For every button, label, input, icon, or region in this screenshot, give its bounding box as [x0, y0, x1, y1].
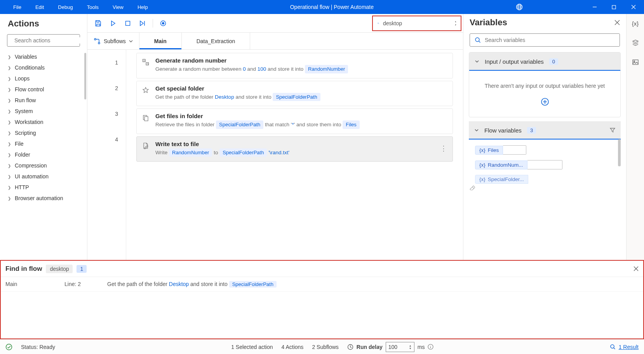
- svg-rect-18: [633, 60, 638, 65]
- svg-point-1: [518, 4, 520, 10]
- menu-help[interactable]: Help: [132, 1, 153, 13]
- flow-variable-randomnumber[interactable]: {x}RandomNum...: [475, 160, 617, 169]
- subflows-dropdown[interactable]: Subflows: [87, 33, 139, 49]
- category-variables[interactable]: ❯Variables: [0, 51, 87, 62]
- clear-icon[interactable]: [455, 21, 456, 26]
- menu-view[interactable]: View: [107, 1, 129, 13]
- svg-point-0: [516, 4, 522, 10]
- menu-debug[interactable]: Debug: [52, 1, 78, 13]
- clear-icon[interactable]: [469, 184, 621, 194]
- window-controls: [510, 0, 644, 14]
- actions-search-input[interactable]: [14, 37, 82, 44]
- variable-chip[interactable]: RandomNumber: [305, 65, 348, 73]
- category-http[interactable]: ❯HTTP: [0, 182, 87, 193]
- step-title: Generate random number: [155, 57, 447, 64]
- flow-variables-header[interactable]: Flow variables 3: [469, 121, 621, 139]
- step-get-files-in-folder[interactable]: Get files in folder Retrieve the files i…: [136, 108, 453, 134]
- find-close-button[interactable]: [634, 266, 639, 271]
- category-run-flow[interactable]: ❯Run flow: [0, 95, 87, 106]
- actions-search[interactable]: [7, 34, 80, 47]
- flow-search[interactable]: [372, 16, 461, 31]
- images-rail-icon[interactable]: [630, 57, 641, 68]
- svg-point-6: [162, 22, 164, 24]
- variable-chip[interactable]: SpecialFolderPath: [216, 120, 263, 129]
- category-label: System: [15, 108, 33, 114]
- menu-file[interactable]: File: [8, 1, 27, 13]
- category-compression[interactable]: ❯Compression: [0, 160, 87, 171]
- tab-data-extraction[interactable]: Data_Extraction: [182, 33, 251, 49]
- io-variables-section: Input / output variables 0 There aren't …: [469, 52, 621, 117]
- star-icon: [142, 85, 150, 101]
- variables-search[interactable]: [470, 33, 620, 47]
- scrollbar-thumb[interactable]: [84, 53, 86, 99]
- category-scripting[interactable]: ❯Scripting: [0, 127, 87, 138]
- status-actions-count: 4 Actions: [282, 344, 304, 350]
- variable-name: RandomNum...: [488, 162, 523, 168]
- variable-chip[interactable]: SpecialFolderPath: [273, 93, 320, 101]
- category-loops[interactable]: ❯Loops: [0, 73, 87, 84]
- minimize-button[interactable]: [586, 0, 604, 14]
- category-workstation[interactable]: ❯Workstation: [0, 117, 87, 127]
- variable-chip[interactable]: Files: [343, 120, 359, 129]
- actions-sidebar: Actions ❯Variables ❯Conditionals ❯Loops …: [0, 14, 87, 260]
- add-variable-button[interactable]: [473, 98, 616, 106]
- filter-icon[interactable]: [610, 127, 615, 133]
- variable-chip[interactable]: RandomNumber: [169, 148, 212, 157]
- run-button[interactable]: [107, 17, 119, 30]
- category-conditionals[interactable]: ❯Conditionals: [0, 62, 87, 73]
- step-title: Write text to file: [155, 141, 435, 147]
- run-delay-label: Run delay: [357, 344, 383, 350]
- environment-icon[interactable]: [510, 3, 528, 10]
- section-title: Flow variables: [484, 127, 522, 134]
- chevron-right-icon: ❯: [8, 55, 11, 59]
- run-delay-input[interactable]: 100 ▲▼: [386, 342, 414, 352]
- ui-elements-rail-icon[interactable]: [630, 37, 641, 48]
- scrollbar-thumb[interactable]: [618, 139, 621, 166]
- menu-tools[interactable]: Tools: [82, 1, 104, 13]
- flow-variable-files[interactable]: {x}Files: [475, 145, 617, 155]
- io-variables-header[interactable]: Input / output variables 0: [469, 52, 620, 70]
- step-title: Get special folder: [155, 85, 447, 92]
- results-link[interactable]: 1 Result: [610, 344, 639, 350]
- tab-main[interactable]: Main: [139, 33, 182, 49]
- close-button[interactable]: [625, 0, 642, 14]
- close-icon[interactable]: [614, 20, 620, 25]
- count-badge: 0: [549, 58, 558, 65]
- clock-icon: [347, 344, 353, 350]
- count-badge: 3: [527, 127, 536, 134]
- variables-search-input[interactable]: [485, 37, 615, 43]
- step-generate-random-number[interactable]: A1A2 Generate random number Generate a r…: [136, 53, 453, 78]
- category-ui-automation[interactable]: ❯UI automation: [0, 171, 87, 182]
- variables-panel: Variables Input / output variables 0 The…: [463, 14, 626, 260]
- flow-variable-specialfolder[interactable]: {x}SpecialFolder...: [475, 175, 617, 184]
- category-flow-control[interactable]: ❯Flow control: [0, 84, 87, 95]
- category-label: File: [15, 141, 24, 147]
- step-write-text-to-file[interactable]: Write text to file Write RandomNumber to…: [136, 136, 453, 162]
- find-count-badge: 1: [77, 265, 87, 273]
- flow-steps: A1A2 Generate random number Generate a r…: [126, 50, 463, 260]
- find-result-row[interactable]: Main Line: 2 Get the path of the folder …: [1, 277, 643, 292]
- menu-edit[interactable]: Edit: [30, 1, 49, 13]
- status-selected: 1 Selected action: [231, 344, 273, 350]
- category-file[interactable]: ❯File: [0, 138, 87, 149]
- step-get-special-folder[interactable]: Get special folder Get the path of the f…: [136, 81, 453, 106]
- svg-point-8: [94, 38, 96, 40]
- step-button[interactable]: [136, 17, 149, 30]
- stop-button[interactable]: [122, 17, 134, 30]
- record-button[interactable]: [157, 17, 169, 30]
- flow-search-input[interactable]: [383, 20, 451, 26]
- step-menu-button[interactable]: ⋮: [440, 144, 447, 153]
- variable-chip[interactable]: SpecialFolderPath: [219, 148, 267, 157]
- category-browser-automation[interactable]: ❯Browser automation: [0, 193, 87, 204]
- variables-rail-icon[interactable]: {x}: [630, 18, 641, 29]
- maximize-button[interactable]: [605, 0, 623, 14]
- category-folder[interactable]: ❯Folder: [0, 149, 87, 160]
- status-ready: Status: Ready: [21, 344, 55, 350]
- section-title: Input / output variables: [485, 58, 544, 65]
- variable-chip[interactable]: SpecialFolderPath: [229, 281, 277, 288]
- save-button[interactable]: [92, 17, 104, 30]
- svg-point-19: [634, 61, 635, 62]
- spinner-arrows[interactable]: ▲▼: [409, 344, 412, 350]
- info-icon[interactable]: [428, 344, 433, 350]
- category-system[interactable]: ❯System: [0, 106, 87, 117]
